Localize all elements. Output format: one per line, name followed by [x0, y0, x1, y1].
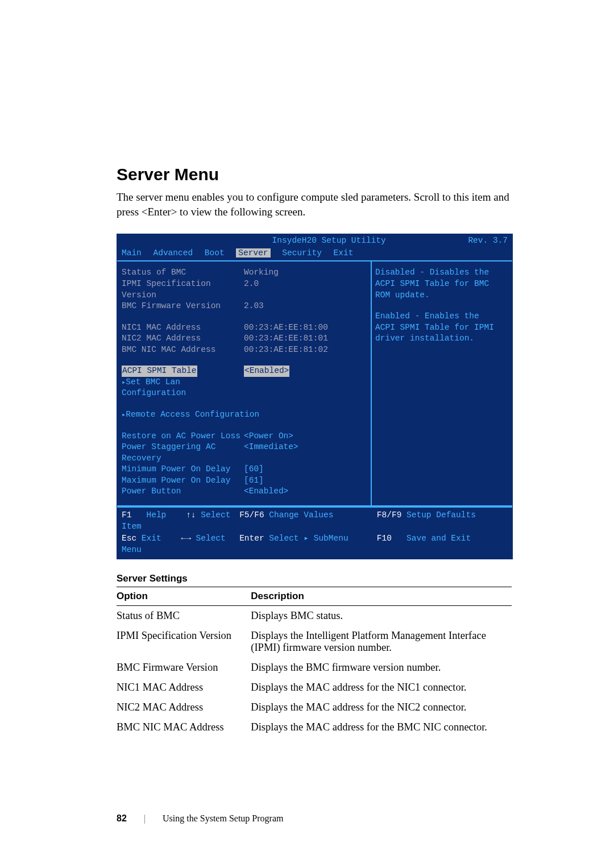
page-footer: 82 | Using the System Setup Program — [117, 813, 283, 824]
footer-desc: Select ▸ SubMenu — [269, 534, 348, 543]
bios-row-bmc-fw: BMC Firmware Version 2.03 — [122, 301, 367, 312]
settings-table: Option Description Status of BMC Display… — [117, 587, 512, 737]
table-cell-desc: Displays the MAC address for the NIC1 co… — [251, 678, 512, 697]
bios-row-ipmi-version: IPMI Specification Version 2.0 — [122, 279, 367, 301]
bios-value: 00:23:AE:EE:81:02 — [244, 344, 367, 356]
bios-label: NIC2 MAC Address — [122, 333, 244, 344]
help-line: driver installation. — [375, 333, 508, 344]
footer-key: Enter — [239, 534, 264, 543]
footer-key: F8/F9 — [377, 510, 402, 520]
bios-row-nic1-mac: NIC1 MAC Address 00:23:AE:EE:81:00 — [122, 322, 367, 334]
spacer — [122, 312, 367, 322]
bios-label: Minimum Power On Delay — [122, 464, 244, 475]
bios-row-acpi-spmi[interactable]: ACPI SPMI Table <Enabled> — [122, 366, 367, 377]
footer-key: F5/F6 — [239, 510, 264, 520]
table-header-desc: Description — [251, 587, 512, 606]
document-page: Server Menu The server menu enables you … — [0, 0, 614, 868]
bios-label: BMC NIC MAC Address — [122, 344, 244, 356]
bios-tab-exit[interactable]: Exit — [334, 248, 354, 258]
bios-tab-security[interactable]: Security — [282, 248, 322, 258]
table-row: IPMI Specification Version Displays the … — [117, 626, 512, 658]
page-footer-separator: | — [144, 813, 146, 824]
section-heading: Server Menu — [117, 165, 512, 184]
bios-submenu-label: Remote Access Configuration — [122, 409, 259, 421]
bios-row-max-delay[interactable]: Maximum Power On Delay [61] — [122, 475, 367, 487]
table-cell-option: NIC1 MAC Address — [117, 678, 251, 697]
table-cell-desc: Displays the BMC firmware version number… — [251, 658, 512, 678]
bios-title-bar: InsydeH20 Setup Utility Rev. 3.7 — [117, 234, 512, 248]
bios-row-nic2-mac: NIC2 MAC Address 00:23:AE:EE:81:01 — [122, 333, 367, 344]
footer-desc: Help — [147, 510, 167, 520]
help-line: ACPI SPMI Table for BMC — [375, 279, 508, 290]
bios-submenu-remote-access[interactable]: Remote Access Configuration — [122, 409, 367, 421]
footer-key: F1 — [122, 510, 131, 520]
footer-key: ←→ — [181, 534, 190, 543]
bios-submenu-bmc-lan[interactable]: Set BMC Lan Configuration — [122, 377, 367, 399]
spacer — [122, 399, 367, 409]
footer-desc: Setup Defaults — [406, 510, 476, 520]
table-cell-option: BMC NIC MAC Address — [117, 717, 251, 737]
bios-tab-server[interactable]: Server — [236, 248, 270, 258]
bios-value: <Enabled> — [244, 366, 367, 377]
bios-title: InsydeH20 Setup Utility — [190, 235, 468, 247]
footer-cell: F10 Save and Exit — [377, 533, 508, 555]
bios-row-min-delay[interactable]: Minimum Power On Delay [60] — [122, 464, 367, 475]
bios-value: 2.03 — [244, 301, 367, 312]
help-line: Disabled - Disables the — [375, 267, 508, 279]
help-line: Enabled - Enables the — [375, 311, 508, 322]
bios-value: 00:23:AE:EE:81:00 — [244, 322, 367, 334]
bios-label: Maximum Power On Delay — [122, 475, 244, 487]
footer-desc: Select Menu — [122, 534, 226, 554]
bios-tab-main[interactable]: Main — [122, 248, 142, 258]
spacer — [122, 355, 367, 366]
footer-desc: Exit — [142, 534, 161, 543]
bios-body: Status of BMC Working IPMI Specification… — [117, 260, 512, 506]
bios-value: 2.0 — [244, 279, 367, 301]
bios-tab-advanced[interactable]: Advanced — [154, 248, 193, 258]
table-cell-option: Status of BMC — [117, 606, 251, 626]
bios-row-status-bmc: Status of BMC Working — [122, 267, 367, 279]
bios-label: IPMI Specification Version — [122, 279, 244, 301]
footer-desc: Save and Exit — [406, 534, 471, 543]
table-cell-desc: Displays BMC status. — [251, 606, 512, 626]
help-line: ROM update. — [375, 290, 508, 301]
bios-label: NIC1 MAC Address — [122, 322, 244, 334]
table-row: BMC NIC MAC Address Displays the MAC add… — [117, 717, 512, 737]
footer-key: F10 — [377, 534, 392, 543]
bios-tab-boot[interactable]: Boot — [205, 248, 225, 258]
bios-row-stagger-ac[interactable]: Power Staggering AC Recovery <Immediate> — [122, 442, 367, 464]
bios-screenshot: InsydeH20 Setup Utility Rev. 3.7 Main Ad… — [117, 234, 513, 559]
page-footer-section: Using the System Setup Program — [163, 813, 283, 824]
table-row: NIC1 MAC Address Displays the MAC addres… — [117, 678, 512, 697]
footer-cell: Enter Select ▸ SubMenu — [239, 533, 377, 555]
bios-value: [61] — [244, 475, 367, 487]
bios-label: Restore on AC Power Loss — [122, 431, 244, 442]
table-header-row: Option Description — [117, 587, 512, 606]
bios-value: <Enabled> — [244, 486, 367, 497]
table-row: Status of BMC Displays BMC status. — [117, 606, 512, 626]
bios-row-bmc-mac: BMC NIC MAC Address 00:23:AE:EE:81:02 — [122, 344, 367, 356]
footer-cell: F5/F6 Change Values — [239, 510, 377, 532]
table-cell-option: BMC Firmware Version — [117, 658, 251, 678]
bios-value: Working — [244, 267, 367, 279]
section-intro: The server menu enables you to configure… — [117, 190, 512, 219]
bios-menubar[interactable]: Main Advanced Boot Server Security Exit — [117, 248, 512, 261]
bios-row-power-button[interactable]: Power Button <Enabled> — [122, 486, 367, 497]
bios-revision: Rev. 3.7 — [468, 235, 508, 247]
page-number: 82 — [117, 813, 127, 824]
footer-desc: Select Item — [122, 510, 230, 531]
bios-row-restore-ac[interactable]: Restore on AC Power Loss <Power On> — [122, 431, 367, 442]
footer-key: ↑↓ — [186, 510, 196, 520]
bios-value: <Immediate> — [244, 442, 367, 464]
bios-label: BMC Firmware Version — [122, 301, 244, 312]
spacer — [122, 421, 367, 431]
table-cell-option: NIC2 MAC Address — [117, 697, 251, 717]
table-cell-desc: Displays the Intelligent Platform Manage… — [251, 626, 512, 658]
spacer — [375, 301, 508, 311]
bios-label: ACPI SPMI Table — [122, 366, 244, 377]
bios-label: Status of BMC — [122, 267, 244, 279]
footer-cell: Esc Exit ←→ Select Menu — [122, 533, 239, 555]
settings-table-title: Server Settings — [117, 573, 512, 584]
table-cell-option: IPMI Specification Version — [117, 626, 251, 658]
bios-help-pane: Disabled - Disables the ACPI SPMI Table … — [372, 261, 512, 505]
